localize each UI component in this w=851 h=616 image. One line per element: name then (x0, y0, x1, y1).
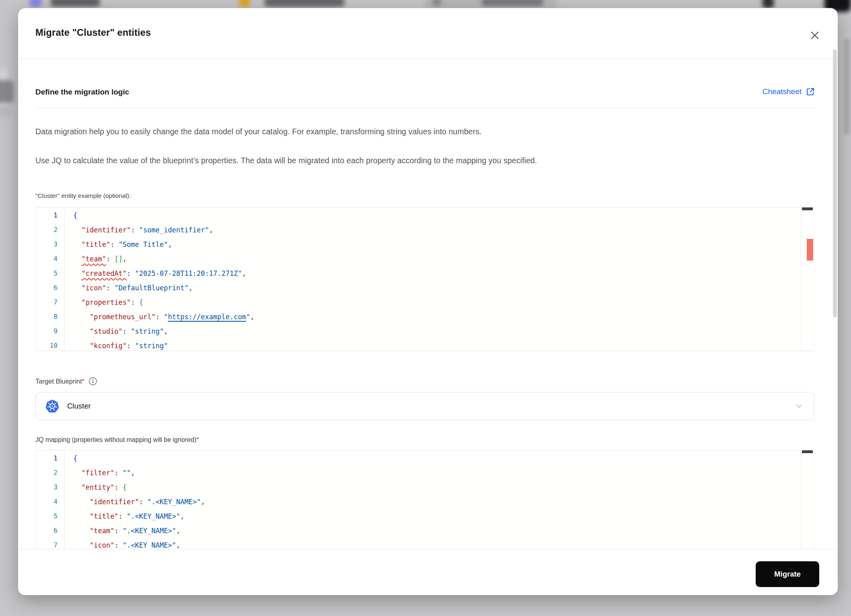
background-app-tab-icon (30, 0, 41, 7)
screen: Migrate "Cluster" entities Define the mi… (0, 0, 851, 616)
background-app-tab2-icon (239, 0, 250, 7)
dialog-header: Migrate "Cluster" entities (18, 8, 838, 59)
code-line: 1{ (36, 208, 814, 223)
required-asterisk: * (82, 378, 84, 385)
editor-scrollbar-track (801, 207, 801, 351)
code-line: 10 "kconfig": "string" (36, 339, 814, 351)
code-line: 2 "identifier": "some_identifier", (36, 223, 814, 237)
background-app-tab-text (51, 0, 100, 7)
section-divider (35, 108, 815, 108)
background-page-scrollbar (844, 38, 849, 135)
code-line: 7 "properties": { (36, 295, 814, 310)
code-line: 5 "createdAt": "2025-07-28T11:20:17.271Z… (36, 266, 814, 281)
code-line: 5 "title": ".<KEY_NAME>", (36, 509, 814, 524)
entity-example-label: "Cluster" entity example (optional): (35, 192, 131, 199)
code-line: 4 "team": [], (36, 252, 814, 266)
cheatsheet-link-label: Cheatsheet (763, 87, 802, 96)
code-line: 4 "identifier": ".<KEY_NAME>", (36, 495, 814, 509)
background-search-icon (433, 0, 441, 6)
chevron-down-icon (794, 401, 804, 411)
external-link-icon (806, 87, 815, 97)
code-line: 3 "entity": { (36, 480, 814, 495)
jq-mapping-code-editor[interactable]: 1{2 "filter": "",3 "entity": {4 "identif… (35, 450, 814, 549)
editor-overview-error-marker (807, 239, 813, 261)
intro-paragraph-2: Use JQ to calculate the value of the blu… (35, 156, 806, 165)
target-blueprint-label: Target Blueprint* (35, 378, 84, 385)
background-app-tab2-text (265, 0, 344, 7)
kubernetes-icon (45, 399, 59, 413)
close-icon (810, 30, 820, 42)
background-sidebar-blob (0, 80, 14, 103)
migrate-button[interactable]: Migrate (756, 561, 819, 587)
editor-scrollbar-track (801, 450, 801, 549)
code-line: 8 "prometheus_url": "https://example.com… (36, 310, 814, 324)
section-heading: Define the migration logic (35, 88, 129, 97)
code-line: 6 "team": ".<KEY_NAME>", (36, 524, 814, 538)
code-line: 2 "filter": "", (36, 466, 814, 480)
close-button[interactable] (808, 29, 822, 43)
migrate-entities-dialog: Migrate "Cluster" entities Define the mi… (18, 8, 838, 595)
editor-overview-cursor-marker (802, 207, 813, 210)
target-blueprint-label-row: Target Blueprint* (35, 376, 98, 386)
background-sidebar-blob2 (0, 105, 10, 117)
jq-mapping-label: JQ mapping (properties without mapping w… (35, 436, 199, 444)
dialog-footer: Migrate (18, 549, 838, 595)
dialog-title: Migrate "Cluster" entities (35, 27, 151, 38)
info-icon[interactable] (88, 376, 98, 386)
cheatsheet-link[interactable]: Cheatsheet (763, 87, 815, 97)
intro-paragraph-1: Data migration help you to easily change… (35, 127, 806, 136)
dialog-scrollbar-thumb[interactable] (833, 49, 837, 318)
code-line: 6 "icon": "DefaultBlueprint", (36, 281, 814, 295)
code-line: 3 "title": "Some Title", (36, 237, 814, 252)
background-search-text (482, 0, 543, 6)
target-blueprint-select[interactable]: Cluster (35, 392, 814, 420)
entity-example-code-editor[interactable]: 1{2 "identifier": "some_identifier",3 "t… (35, 207, 814, 351)
required-asterisk: * (196, 436, 199, 443)
target-blueprint-value: Cluster (67, 402, 91, 411)
code-line: 1{ (36, 451, 814, 466)
code-line: 9 "studio": "string", (36, 324, 814, 339)
editor-overview-cursor-marker (802, 450, 813, 453)
code-line: 7 "icon": ".<KEY_NAME>", (36, 538, 814, 549)
background-toolbar-blob (763, 0, 774, 8)
